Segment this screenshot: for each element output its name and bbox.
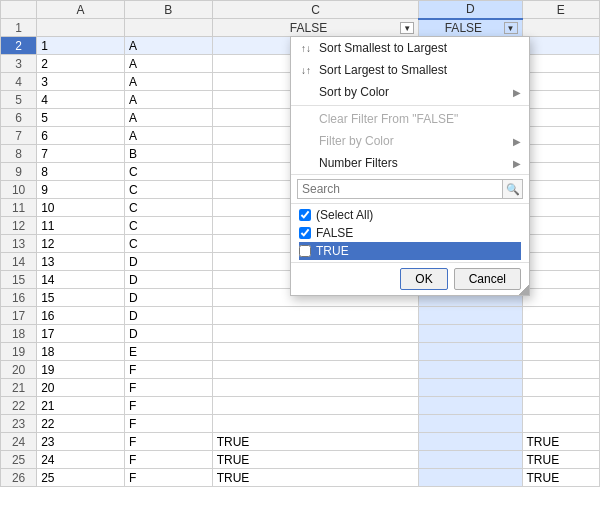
- filter-color-item[interactable]: Filter by Color ▶: [291, 130, 529, 152]
- row-num-cell: 23: [1, 415, 37, 433]
- cell-b: F: [124, 397, 212, 415]
- select-all-label: (Select All): [316, 208, 373, 222]
- cancel-button[interactable]: Cancel: [454, 268, 521, 290]
- cell-e: [522, 181, 599, 199]
- cell-a: 8: [37, 163, 125, 181]
- row-num-cell: 6: [1, 109, 37, 127]
- cell-a: 13: [37, 253, 125, 271]
- col-c-filter-btn[interactable]: ▼: [400, 22, 414, 34]
- cell-d: [419, 325, 522, 343]
- sort-desc-label: Sort Largest to Smallest: [319, 63, 447, 77]
- cell-a: 6: [37, 127, 125, 145]
- cell-e: TRUE: [522, 433, 599, 451]
- cell-d: [419, 361, 522, 379]
- row1-e: [522, 19, 599, 37]
- search-icon: 🔍: [503, 179, 523, 199]
- col-d-filter-btn[interactable]: ▼: [504, 22, 518, 34]
- clear-filter-item[interactable]: Clear Filter From "FALSE": [291, 108, 529, 130]
- cell-c: [212, 361, 419, 379]
- cell-b: B: [124, 145, 212, 163]
- cell-b: F: [124, 451, 212, 469]
- corner-cell: [1, 1, 37, 19]
- menu-footer: OK Cancel: [291, 262, 529, 295]
- cell-b: F: [124, 469, 212, 487]
- col-header-d[interactable]: D: [419, 1, 522, 19]
- cell-a: 21: [37, 397, 125, 415]
- row-num-cell: 9: [1, 163, 37, 181]
- option-true-item[interactable]: TRUE: [299, 242, 521, 260]
- option-false-checkbox[interactable]: [299, 227, 311, 239]
- cell-b: F: [124, 361, 212, 379]
- cell-c: TRUE: [212, 433, 419, 451]
- row-num-cell: 20: [1, 361, 37, 379]
- clear-filter-label: Clear Filter From "FALSE": [319, 112, 458, 126]
- table-row: 1817D: [1, 325, 600, 343]
- row-num-cell: 4: [1, 73, 37, 91]
- col-header-c[interactable]: C: [212, 1, 419, 19]
- cell-e: [522, 397, 599, 415]
- cell-a: 23: [37, 433, 125, 451]
- cell-b: F: [124, 433, 212, 451]
- cell-b: D: [124, 289, 212, 307]
- cell-a: 10: [37, 199, 125, 217]
- row-num-cell: 12: [1, 217, 37, 235]
- row-num-cell: 14: [1, 253, 37, 271]
- cell-a: 24: [37, 451, 125, 469]
- row-num-cell: 26: [1, 469, 37, 487]
- cell-e: [522, 271, 599, 289]
- sort-color-item[interactable]: Sort by Color ▶: [291, 81, 529, 103]
- table-row: 2221F: [1, 397, 600, 415]
- cell-d: [419, 469, 522, 487]
- cell-e: [522, 361, 599, 379]
- cell-a: 11: [37, 217, 125, 235]
- cell-b: C: [124, 199, 212, 217]
- cell-e: [522, 307, 599, 325]
- cell-d: [419, 343, 522, 361]
- cell-e: [522, 325, 599, 343]
- row1-c[interactable]: FALSE ▼: [212, 19, 419, 37]
- row-num-cell: 18: [1, 325, 37, 343]
- row-num-cell: 19: [1, 343, 37, 361]
- sort-asc-icon: ↑↓: [297, 43, 315, 54]
- search-input[interactable]: [297, 179, 503, 199]
- row-num-cell: 25: [1, 451, 37, 469]
- cell-e: TRUE: [522, 469, 599, 487]
- cell-e: [522, 73, 599, 91]
- table-row: 2120F: [1, 379, 600, 397]
- cell-c: [212, 325, 419, 343]
- col-header-a[interactable]: A: [37, 1, 125, 19]
- cell-d: [419, 379, 522, 397]
- cell-b: A: [124, 37, 212, 55]
- sort-desc-item[interactable]: ↓↑ Sort Largest to Smallest: [291, 59, 529, 81]
- select-all-checkbox[interactable]: [299, 209, 311, 221]
- sort-asc-item[interactable]: ↑↓ Sort Smallest to Largest: [291, 37, 529, 59]
- cell-b: D: [124, 325, 212, 343]
- cell-e: [522, 253, 599, 271]
- row-num-cell: 21: [1, 379, 37, 397]
- row1-d[interactable]: FALSE ▼: [419, 19, 522, 37]
- cell-e: [522, 91, 599, 109]
- cell-e: [522, 145, 599, 163]
- cell-b: A: [124, 109, 212, 127]
- number-filters-item[interactable]: Number Filters ▶: [291, 152, 529, 174]
- cell-b: C: [124, 163, 212, 181]
- filter-color-arrow: ▶: [513, 136, 521, 147]
- row-num-cell: 16: [1, 289, 37, 307]
- cell-e: [522, 343, 599, 361]
- ok-button[interactable]: OK: [400, 268, 447, 290]
- row-num-cell: 8: [1, 145, 37, 163]
- col-header-b[interactable]: B: [124, 1, 212, 19]
- row-num-cell: 3: [1, 55, 37, 73]
- cell-e: [522, 37, 599, 55]
- cell-d: [419, 433, 522, 451]
- table-row: 2322F: [1, 415, 600, 433]
- resize-handle[interactable]: [519, 285, 529, 295]
- cell-b: F: [124, 379, 212, 397]
- col-header-e[interactable]: E: [522, 1, 599, 19]
- cell-d: [419, 307, 522, 325]
- cell-c: [212, 307, 419, 325]
- cell-a: 1: [37, 37, 125, 55]
- select-all-item[interactable]: (Select All): [299, 206, 521, 224]
- option-true-checkbox[interactable]: [299, 245, 311, 257]
- option-false-item[interactable]: FALSE: [299, 224, 521, 242]
